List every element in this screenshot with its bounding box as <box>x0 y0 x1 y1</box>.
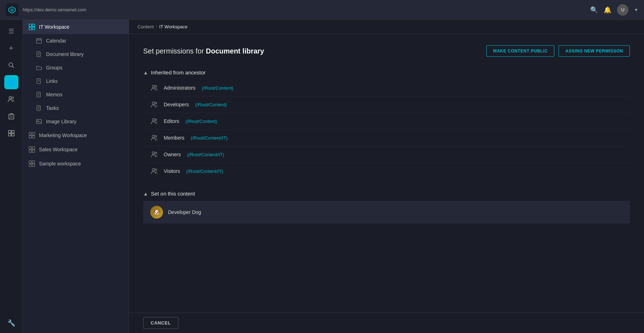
svg-rect-10 <box>9 130 11 133</box>
svg-rect-50 <box>32 164 35 166</box>
svg-rect-40 <box>32 132 35 135</box>
svg-marker-1 <box>10 8 14 12</box>
svg-rect-37 <box>37 119 41 124</box>
user-menu-chevron-icon[interactable]: ▼ <box>634 7 638 12</box>
group-icon <box>150 168 159 174</box>
svg-rect-18 <box>37 39 41 43</box>
permission-row-owners: Owners (/Root/Content/IT) <box>143 146 630 163</box>
assign-new-permission-button[interactable]: ASSING NEW PERMISSON <box>559 45 630 57</box>
sidebar-item-memos[interactable]: Memos <box>23 88 129 101</box>
search-icon[interactable] <box>4 58 18 72</box>
svg-rect-47 <box>29 161 32 163</box>
sidebar-item-image-library[interactable]: Image Library <box>23 115 129 128</box>
svg-rect-14 <box>29 24 32 27</box>
sidebar-item-document-library[interactable]: Document library <box>23 47 129 61</box>
url-bar: https://dev.demo.sensenet.com <box>23 7 586 12</box>
chevron-up-icon: ▲ <box>143 191 148 197</box>
svg-point-54 <box>155 102 157 104</box>
icon-bar: ☰ + 🌐 🔧 <box>0 20 23 333</box>
svg-rect-13 <box>12 134 14 136</box>
topbar: https://dev.demo.sensenet.com 🔍 🔔 U ▼ <box>0 0 644 20</box>
sidebar-item-label: Marketing Workspace <box>39 132 87 138</box>
sidebar-item-label: Groups <box>46 65 62 70</box>
sidebar-item-label: Tasks <box>46 105 59 111</box>
topbar-search-icon[interactable]: 🔍 <box>590 6 598 14</box>
inherited-section: ▲ Inherited from ancestor Administrators… <box>143 67 630 179</box>
cancel-button[interactable]: CANCEL <box>143 317 178 329</box>
make-content-public-button[interactable]: MAKE CONTENT PUBLIC <box>486 45 554 57</box>
svg-rect-39 <box>29 132 32 135</box>
sidebar-item-label: Sample workspace <box>39 161 81 166</box>
widgets-icon[interactable] <box>4 126 18 140</box>
people-icon[interactable] <box>4 92 18 106</box>
svg-point-57 <box>152 135 155 138</box>
memo-icon <box>35 91 43 98</box>
topbar-bell-icon[interactable]: 🔔 <box>604 6 611 14</box>
svg-rect-44 <box>32 147 35 149</box>
content-row-developer-dog[interactable]: 🐶 Developer Dog <box>143 201 630 224</box>
group-icon <box>150 151 159 158</box>
perm-path-editors: (/Root/Content) <box>186 119 217 124</box>
workspace-icon <box>28 23 35 30</box>
sidebar-item-label: Calendar <box>46 38 66 44</box>
chevron-up-icon: ▲ <box>143 70 148 75</box>
sidebar-item-marketing-workspace[interactable]: Marketing Workspace <box>23 128 129 142</box>
folder-icon <box>35 64 43 71</box>
svg-point-4 <box>9 97 11 99</box>
svg-point-61 <box>152 169 155 171</box>
sidebar: IT Workspace Calendar Document library G… <box>23 20 129 333</box>
sidebar-item-sales-workspace[interactable]: Sales Workspace <box>23 142 129 157</box>
sidebar-item-links[interactable]: Links <box>23 74 129 88</box>
svg-rect-43 <box>29 147 32 149</box>
sidebar-item-sample-workspace[interactable]: Sample workspace <box>23 157 129 171</box>
perm-path-visitors: (/Root/Content/IT) <box>186 169 223 174</box>
developer-dog-avatar: 🐶 <box>150 206 163 219</box>
sidebar-item-calendar[interactable]: Calendar <box>23 34 129 47</box>
sidebar-item-tasks[interactable]: Tasks <box>23 101 129 115</box>
perm-path-members: (/Root/Content/IT) <box>191 135 228 141</box>
app-logo[interactable] <box>6 4 18 16</box>
group-icon <box>150 101 159 108</box>
svg-point-59 <box>152 152 155 154</box>
group-icon <box>150 85 159 91</box>
set-on-content-section-header[interactable]: ▲ Set on this content <box>143 188 630 199</box>
perm-name-editors: Editors <box>164 118 179 124</box>
svg-rect-48 <box>32 161 35 163</box>
content-main: Set permissions for Document library MAK… <box>129 34 644 312</box>
group-icon <box>150 118 159 124</box>
sidebar-item-groups[interactable]: Groups <box>23 61 129 74</box>
plus-icon[interactable]: + <box>4 41 18 55</box>
links-icon <box>35 78 43 85</box>
svg-point-60 <box>155 152 157 154</box>
hamburger-menu-icon[interactable]: ☰ <box>4 24 18 38</box>
svg-point-56 <box>155 119 157 121</box>
svg-line-3 <box>12 66 14 68</box>
topbar-actions: 🔍 🔔 U ▼ <box>590 4 638 16</box>
content-row-name: Developer Dog <box>168 209 201 215</box>
perm-path-administrators: (/Root/Content) <box>202 85 233 91</box>
wrench-icon[interactable]: 🔧 <box>4 319 18 333</box>
group-icon <box>150 135 159 141</box>
content-footer: CANCEL <box>129 312 644 333</box>
perm-path-developers: (/Root/Content) <box>195 102 227 107</box>
permission-row-visitors: Visitors (/Root/Content/IT) <box>143 163 630 179</box>
workspace-icon <box>28 132 35 139</box>
set-on-content-section: ▲ Set on this content 🐶 Developer Dog <box>143 188 630 224</box>
inherited-section-header[interactable]: ▲ Inherited from ancestor <box>143 67 630 78</box>
svg-point-5 <box>12 97 13 99</box>
perm-name-administrators: Administrators <box>164 85 195 91</box>
permission-row-editors: Editors (/Root/Content) <box>143 113 630 130</box>
breadcrumb-content-link[interactable]: Content <box>138 24 154 29</box>
sidebar-item-label: Document library <box>46 51 84 57</box>
sidebar-item-it-workspace[interactable]: IT Workspace <box>23 20 129 34</box>
svg-rect-46 <box>32 150 35 152</box>
globe-icon[interactable]: 🌐 <box>4 75 18 89</box>
user-avatar[interactable]: U <box>617 4 628 16</box>
svg-point-51 <box>152 85 155 88</box>
breadcrumb-current-page: IT Workspace <box>159 24 187 29</box>
inherited-section-title: Inherited from ancestor <box>151 69 206 75</box>
sidebar-item-label: Sales Workspace <box>39 147 78 152</box>
svg-point-58 <box>155 136 157 137</box>
perm-path-owners: (/Root/Content/IT) <box>187 152 224 157</box>
trash-icon[interactable] <box>4 109 18 123</box>
